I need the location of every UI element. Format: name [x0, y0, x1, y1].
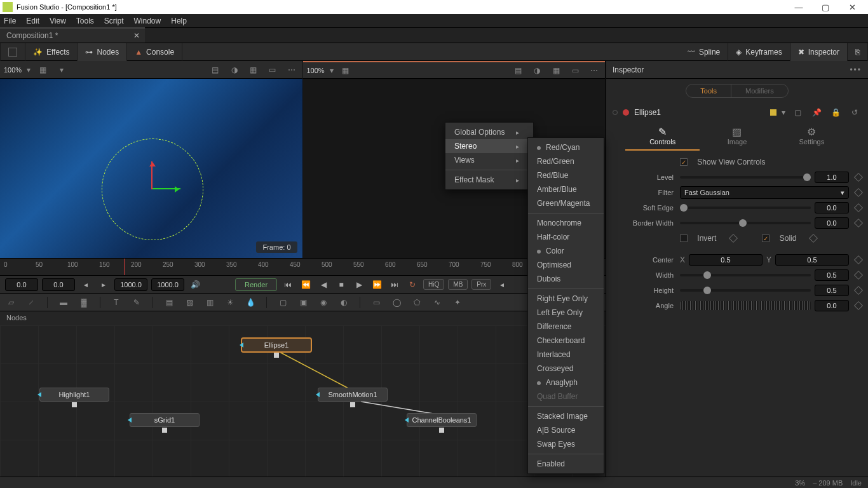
channel-icon[interactable]: ◑ — [227, 63, 241, 77]
menu-tools[interactable]: Tools — [76, 17, 94, 25]
y-axis-handle[interactable] — [151, 161, 153, 189]
node-ellipse[interactable]: Ellipse1 — [241, 338, 311, 352]
width-slider[interactable] — [680, 274, 811, 276]
inspector-menu-icon[interactable]: ••• — [850, 65, 862, 74]
menu-item[interactable]: Optimised — [528, 258, 604, 272]
text-tool-icon[interactable]: T — [109, 295, 123, 309]
menu-edit[interactable]: Edit — [26, 17, 39, 25]
borderwidth-slider[interactable] — [680, 222, 811, 224]
cam-icon[interactable]: ◉ — [316, 295, 330, 309]
viewport-a[interactable]: Frame: 0 — [0, 79, 302, 258]
viewer-context-menu[interactable]: Global Options▸Stereo▸Views▸Effect Mask▸ — [445, 122, 534, 190]
menu-help[interactable]: Help — [171, 17, 187, 25]
blur-icon[interactable]: 💧 — [243, 295, 257, 309]
menu-item[interactable]: Green/Magenta — [528, 196, 604, 210]
minimize-button[interactable]: — — [785, 3, 812, 12]
menu-script[interactable]: Script — [104, 17, 124, 25]
rect-mask-icon[interactable]: ▭ — [369, 295, 383, 309]
mask3-icon[interactable]: ▥ — [203, 295, 217, 309]
menu-item[interactable]: Amber/Blue — [528, 182, 604, 196]
mb-toggle[interactable]: MB — [448, 279, 468, 290]
keyframes-panel-button[interactable]: ◈ Keyframes — [728, 43, 790, 61]
keyframe-icon[interactable] — [854, 255, 863, 264]
console-panel-button[interactable]: ▲ Console — [127, 43, 182, 61]
menu-item[interactable]: Red/Blue — [528, 168, 604, 182]
lock-icon[interactable]: 🔒 — [829, 105, 843, 119]
stereo-submenu[interactable]: Red/CyanRed/GreenRed/BlueAmber/BlueGreen… — [527, 137, 604, 474]
height-slider[interactable] — [680, 289, 811, 292]
image-tab[interactable]: ▨Image — [700, 126, 774, 151]
node-chanbool[interactable]: ChannelBooleans1 — [407, 413, 477, 427]
bspline-mask-icon[interactable]: ∿ — [430, 295, 444, 309]
viewer-toggle[interactable] — [0, 43, 25, 61]
poly-mask-icon[interactable]: ⬠ — [410, 295, 424, 309]
keyframe-icon[interactable] — [854, 301, 863, 310]
more-icon[interactable]: ⋯ — [587, 64, 601, 78]
loop-icon[interactable]: ↻ — [405, 278, 419, 292]
document-tab[interactable]: Composition1 * ✕ — [0, 27, 145, 43]
version-icon[interactable] — [770, 109, 776, 116]
next-key-icon[interactable]: ▸ — [97, 278, 111, 292]
paint-tool-icon[interactable]: ✎ — [130, 295, 144, 309]
play-fwd-icon[interactable]: ▶ — [352, 278, 366, 292]
maximize-button[interactable]: ▢ — [812, 3, 839, 12]
layout-icon[interactable]: ▦ — [339, 64, 353, 78]
wand-icon[interactable]: ✦ — [451, 295, 465, 309]
menu-item[interactable]: Global Options▸ — [445, 125, 533, 139]
tools-tab[interactable]: Tools — [686, 85, 731, 97]
pointer-tool-icon[interactable]: ▱ — [4, 295, 18, 309]
fastnoise-tool-icon[interactable]: ▓ — [77, 295, 91, 309]
enable-dot[interactable] — [613, 110, 618, 115]
close-button[interactable]: ✕ — [839, 3, 865, 12]
range-end[interactable]: 1000.0 — [151, 278, 184, 291]
reset-icon[interactable]: ↺ — [848, 105, 862, 119]
keyframe-icon[interactable] — [729, 234, 738, 243]
center-y[interactable]: 0.5 — [775, 254, 849, 266]
goto-start-icon[interactable]: ⏮ — [281, 278, 295, 292]
menu-item[interactable]: Right Eye Only — [528, 292, 604, 306]
modifiers-tab[interactable]: Modifiers — [731, 85, 788, 97]
window-icon[interactable]: ▢ — [790, 105, 804, 119]
ellipse-overlay[interactable] — [102, 139, 203, 240]
keyframe-icon[interactable] — [854, 173, 863, 182]
settings-tab[interactable]: ⚙Settings — [775, 126, 849, 151]
playhead[interactable] — [124, 259, 125, 275]
keyframe-icon[interactable] — [854, 203, 863, 212]
menu-item[interactable]: A|B Source — [528, 423, 604, 437]
frame-icon[interactable]: ▭ — [568, 64, 582, 78]
hiq-toggle[interactable]: HiQ — [423, 279, 444, 290]
borderwidth-value[interactable]: 0.0 — [815, 217, 849, 229]
menu-item[interactable]: Interlaced — [528, 348, 604, 362]
brightness-icon[interactable]: ☀ — [223, 295, 237, 309]
menu-item[interactable]: Views▸ — [445, 153, 533, 167]
goto-end-icon[interactable]: ⏭ — [388, 278, 402, 292]
menu-item[interactable]: Dubois — [528, 272, 604, 286]
pin-icon[interactable]: 📌 — [810, 105, 824, 119]
filter-select[interactable]: Fast Gaussian▾ — [680, 186, 849, 199]
mask1-icon[interactable]: ▤ — [162, 295, 176, 309]
menu-window[interactable]: Window — [134, 17, 161, 25]
node-sgrid[interactable]: sGrid1 — [130, 413, 200, 427]
solid-checkbox[interactable] — [762, 234, 770, 242]
menu-view[interactable]: View — [50, 17, 66, 25]
prx-toggle[interactable]: Prx — [471, 279, 491, 290]
menu-item[interactable]: Color — [528, 244, 604, 258]
menu-item[interactable]: Checkerboard — [528, 334, 604, 348]
menu-item[interactable]: Red/Green — [528, 154, 604, 168]
menu-item[interactable]: Stacked Image — [528, 409, 604, 423]
controls-tab[interactable]: ✎Controls — [625, 126, 700, 151]
dropdown-icon[interactable]: ▾ — [55, 63, 69, 77]
keyframe-icon[interactable] — [854, 271, 863, 280]
menu-item[interactable]: Difference — [528, 320, 604, 334]
frame-icon[interactable]: ▭ — [266, 63, 280, 77]
step-back-icon[interactable]: ⏪ — [299, 278, 313, 292]
histogram-icon[interactable]: ▤ — [511, 64, 525, 78]
width-value[interactable]: 0.5 — [815, 269, 849, 281]
zoom-a[interactable]: 100% — [4, 66, 22, 74]
play-back-icon[interactable]: ◀ — [316, 278, 330, 292]
menu-item[interactable]: Monochrome — [528, 216, 604, 230]
height-value[interactable]: 0.5 — [815, 285, 849, 296]
histogram-icon[interactable]: ▤ — [208, 63, 222, 77]
effects-panel-button[interactable]: ✨ Effects — [25, 43, 78, 61]
node-flow[interactable]: Highlight1sGrid1Ellipse1SmoothMotion1Cha… — [0, 325, 606, 477]
